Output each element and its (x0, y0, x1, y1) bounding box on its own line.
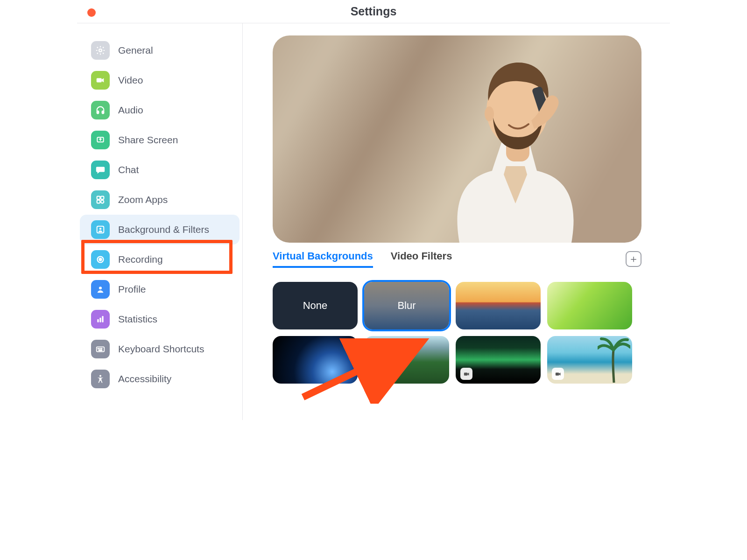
svg-rect-6 (101, 196, 104, 199)
main-panel: Virtual Backgrounds Video Filters ＋ None… (243, 23, 670, 420)
sidebar-item-label: Audio (118, 105, 143, 116)
person-box-icon (91, 220, 110, 239)
sidebar-item-label: Zoom Apps (118, 194, 168, 205)
svg-rect-15 (99, 318, 101, 322)
palm-tree-icon (598, 336, 630, 383)
sidebar-item-label: Statistics (118, 314, 157, 325)
svg-point-19 (99, 348, 100, 349)
svg-rect-1 (97, 78, 102, 82)
sidebar-item-chat[interactable]: Chat (80, 155, 240, 185)
bg-beach[interactable] (547, 336, 632, 384)
sidebar-item-general[interactable]: General (80, 35, 240, 65)
sidebar-item-audio[interactable]: Audio (80, 95, 240, 125)
sidebar-item-background-filters[interactable]: Background & Filters (80, 215, 240, 245)
video-preview (273, 35, 641, 243)
tabs-row: Virtual Backgrounds Video Filters ＋ (273, 250, 641, 268)
apps-icon (91, 190, 110, 209)
bg-aurora[interactable] (456, 336, 541, 384)
svg-rect-16 (102, 316, 103, 322)
bg-none[interactable]: None (273, 282, 358, 329)
accessibility-icon (91, 370, 110, 388)
svg-point-0 (99, 49, 102, 52)
tab-virtual-backgrounds[interactable]: Virtual Backgrounds (273, 250, 373, 268)
svg-point-12 (99, 258, 101, 260)
user-icon (91, 280, 110, 299)
svg-rect-5 (97, 196, 100, 199)
thumb-label: Blur (397, 300, 416, 312)
chat-icon (91, 161, 110, 179)
sidebar-item-label: Keyboard Shortcuts (118, 343, 204, 355)
sidebar-item-label: Share Screen (118, 134, 178, 146)
sidebar-item-profile[interactable]: Profile (80, 274, 240, 304)
svg-rect-2 (97, 111, 99, 114)
sidebar-item-accessibility[interactable]: Accessibility (80, 364, 240, 394)
bg-earth[interactable] (273, 336, 358, 384)
titlebar: Settings (77, 0, 670, 23)
bg-grass[interactable] (547, 282, 632, 329)
svg-rect-3 (102, 111, 104, 114)
svg-rect-14 (97, 319, 99, 322)
svg-point-10 (99, 228, 101, 230)
thumb-label: None (303, 300, 328, 312)
svg-point-20 (101, 348, 102, 349)
sidebar-item-label: Profile (118, 284, 146, 295)
window-title: Settings (77, 5, 670, 18)
sidebar-item-label: Accessibility (118, 373, 171, 385)
sidebar-item-keyboard-shortcuts[interactable]: Keyboard Shortcuts (80, 334, 240, 364)
sidebar-item-label: Video (118, 75, 143, 86)
stats-icon (91, 310, 110, 329)
share-up-icon (91, 131, 110, 149)
add-background-button[interactable]: ＋ (626, 251, 641, 267)
gear-icon (91, 41, 110, 60)
svg-point-8 (101, 200, 104, 203)
svg-point-22 (99, 375, 101, 377)
sidebar-item-label: Recording (118, 254, 163, 265)
sidebar-item-label: Background & Filters (118, 224, 209, 235)
tab-video-filters[interactable]: Video Filters (391, 250, 452, 268)
bg-blur[interactable]: Blur (364, 282, 449, 329)
sidebar-item-video[interactable]: Video (80, 65, 240, 95)
video-badge-icon (460, 368, 472, 380)
svg-rect-28 (555, 372, 559, 375)
sidebar-item-label: Chat (118, 164, 139, 175)
camera-icon (91, 71, 110, 90)
sidebar-item-statistics[interactable]: Statistics (80, 304, 240, 334)
svg-point-18 (98, 348, 99, 349)
background-grid: None Blur (273, 282, 641, 384)
preview-person (413, 35, 618, 243)
sidebar-item-zoom-apps[interactable]: Zoom Apps (80, 185, 240, 215)
headphones-icon (91, 101, 110, 119)
svg-rect-27 (464, 372, 467, 375)
sidebar-item-recording[interactable]: Recording (80, 245, 240, 274)
record-icon (91, 250, 110, 269)
close-window-icon[interactable] (87, 8, 96, 17)
bg-park[interactable] (364, 336, 449, 384)
svg-point-13 (99, 287, 102, 289)
plus-icon: ＋ (628, 254, 639, 264)
sidebar-item-share-screen[interactable]: Share Screen (80, 125, 240, 155)
svg-rect-21 (99, 350, 102, 351)
bg-bridge[interactable] (456, 282, 541, 329)
sidebar-item-label: General (118, 45, 153, 56)
video-badge-icon (552, 368, 564, 380)
svg-rect-7 (97, 200, 100, 203)
sidebar: General Video Audio Sha (77, 23, 243, 420)
svg-point-25 (485, 106, 494, 121)
keyboard-icon (91, 340, 110, 358)
